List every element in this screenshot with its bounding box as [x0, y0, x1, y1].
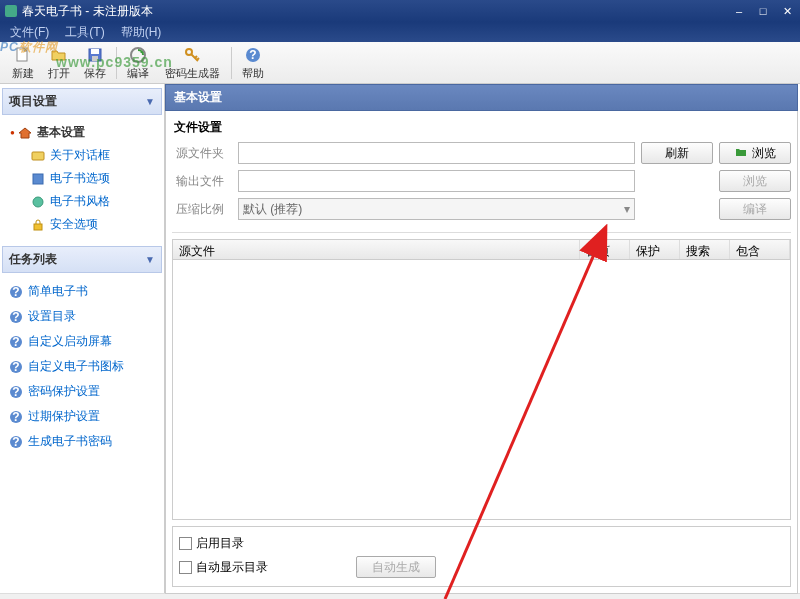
- task-gen-ebook-password[interactable]: ?生成电子书密码: [6, 429, 162, 454]
- toolbar-pwdgen-button[interactable]: 密码生成器: [157, 43, 227, 83]
- help-icon: ?: [8, 384, 24, 400]
- help-icon: ?: [8, 309, 24, 325]
- svg-text:?: ?: [249, 48, 256, 62]
- help-icon: ?: [8, 409, 24, 425]
- dialog-icon: [30, 148, 46, 164]
- browse-output-button[interactable]: 浏览: [719, 170, 791, 192]
- globe-icon: [30, 194, 46, 210]
- svg-text:?: ?: [12, 410, 19, 424]
- auto-generate-button[interactable]: 自动生成: [356, 556, 436, 578]
- task-password-protect[interactable]: ?密码保护设置: [6, 379, 162, 404]
- browse-src-button[interactable]: 浏览: [719, 142, 791, 164]
- compile-button[interactable]: 编译: [719, 198, 791, 220]
- refresh-button[interactable]: 刷新: [641, 142, 713, 164]
- menu-bar: 文件(F) 工具(T) 帮助(H): [0, 22, 800, 42]
- src-folder-input[interactable]: [238, 142, 635, 164]
- auto-show-toc-label: 自动显示目录: [196, 559, 268, 576]
- title-bar: 春天电子书 - 未注册版本 – □ ✕: [0, 0, 800, 22]
- home-icon: [17, 125, 33, 141]
- bullet-icon: ●: [10, 128, 15, 137]
- task-simple-ebook[interactable]: ?简单电子书: [6, 279, 162, 304]
- svg-text:?: ?: [12, 385, 19, 399]
- toolbar-separator: [116, 47, 117, 79]
- svg-text:?: ?: [12, 360, 19, 374]
- toolbar-save-button[interactable]: 保存: [78, 43, 112, 83]
- menu-help[interactable]: 帮助(H): [115, 22, 168, 43]
- app-icon: [4, 4, 18, 18]
- folder-icon: [735, 146, 749, 160]
- col-homepage[interactable]: 首页: [580, 240, 630, 259]
- svg-rect-10: [33, 174, 43, 184]
- help-icon: ?: [243, 45, 263, 65]
- source-file-list: 源文件 首页 保护 搜索 包含: [172, 239, 791, 520]
- task-expiry-protect[interactable]: ?过期保护设置: [6, 404, 162, 429]
- svg-rect-0: [5, 5, 17, 17]
- bottom-options: 启用目录 自动显示目录 自动生成: [172, 526, 791, 587]
- lock-icon: [30, 217, 46, 233]
- svg-point-11: [33, 197, 43, 207]
- col-src-file[interactable]: 源文件: [173, 240, 580, 259]
- tree-item-about-dialog[interactable]: 关于对话框: [8, 144, 162, 167]
- svg-text:?: ?: [12, 335, 19, 349]
- task-custom-icon[interactable]: ?自定义电子书图标: [6, 354, 162, 379]
- project-tree: ● 基本设置 关于对话框 电子书选项 电子书风格 安全选项: [2, 117, 162, 246]
- menu-tools[interactable]: 工具(T): [59, 22, 110, 43]
- task-set-toc[interactable]: ?设置目录: [6, 304, 162, 329]
- svg-rect-4: [92, 56, 98, 61]
- window-title: 春天电子书 - 未注册版本: [22, 3, 730, 20]
- toolbar-compile-button[interactable]: 编译: [121, 43, 155, 83]
- minimize-button[interactable]: –: [730, 4, 748, 18]
- open-icon: [49, 45, 69, 65]
- svg-text:?: ?: [12, 435, 19, 449]
- col-protect[interactable]: 保护: [630, 240, 680, 259]
- toolbar-new-button[interactable]: 新建: [6, 43, 40, 83]
- book-icon: [30, 171, 46, 187]
- help-icon: ?: [8, 284, 24, 300]
- task-list-header[interactable]: 任务列表 ▼: [2, 246, 162, 273]
- chevron-down-icon: ▼: [145, 254, 155, 265]
- toolbar: 新建 打开 保存 编译 密码生成器 ? 帮助: [0, 42, 800, 84]
- save-icon: [85, 45, 105, 65]
- svg-rect-9: [32, 152, 44, 160]
- compression-label: 压缩比例: [172, 201, 232, 218]
- compile-icon: [128, 45, 148, 65]
- output-file-input[interactable]: [238, 170, 635, 192]
- toolbar-help-button[interactable]: ? 帮助: [236, 43, 270, 83]
- help-icon: ?: [8, 359, 24, 375]
- svg-text:?: ?: [12, 310, 19, 324]
- svg-rect-3: [91, 49, 99, 54]
- file-settings-title: 文件设置: [172, 117, 791, 142]
- task-custom-splash[interactable]: ?自定义启动屏幕: [6, 329, 162, 354]
- sidebar: 项目设置 ▼ ● 基本设置 关于对话框 电子书选项 电子书风格: [0, 84, 165, 593]
- new-icon: [13, 45, 33, 65]
- panel-title: 基本设置: [165, 84, 798, 111]
- svg-text:?: ?: [12, 285, 19, 299]
- list-header: 源文件 首页 保护 搜索 包含: [173, 240, 790, 260]
- tree-item-ebook-options[interactable]: 电子书选项: [8, 167, 162, 190]
- chevron-down-icon: ▼: [145, 96, 155, 107]
- tree-item-basic-settings[interactable]: ● 基本设置: [8, 121, 162, 144]
- help-icon: ?: [8, 434, 24, 450]
- close-button[interactable]: ✕: [778, 4, 796, 18]
- tree-item-ebook-style[interactable]: 电子书风格: [8, 190, 162, 213]
- maximize-button[interactable]: □: [754, 4, 772, 18]
- col-include[interactable]: 包含: [730, 240, 790, 259]
- task-list: ?简单电子书 ?设置目录 ?自定义启动屏幕 ?自定义电子书图标 ?密码保护设置 …: [2, 275, 162, 454]
- key-icon: [182, 45, 202, 65]
- menu-file[interactable]: 文件(F): [4, 22, 55, 43]
- enable-toc-checkbox[interactable]: [179, 537, 192, 550]
- chevron-down-icon: ▾: [624, 202, 630, 216]
- enable-toc-label: 启用目录: [196, 535, 244, 552]
- help-icon: ?: [8, 334, 24, 350]
- src-folder-label: 源文件夹: [172, 145, 232, 162]
- auto-show-toc-checkbox[interactable]: [179, 561, 192, 574]
- compression-select[interactable]: 默认 (推荐)▾: [238, 198, 635, 220]
- tree-item-security-options[interactable]: 安全选项: [8, 213, 162, 236]
- content-panel: 基本设置 文件设置 源文件夹 刷新 浏览 输出文件 浏览 压缩比例: [165, 84, 800, 593]
- list-body[interactable]: [173, 260, 790, 519]
- project-settings-header[interactable]: 项目设置 ▼: [2, 88, 162, 115]
- col-search[interactable]: 搜索: [680, 240, 730, 259]
- toolbar-open-button[interactable]: 打开: [42, 43, 76, 83]
- output-file-label: 输出文件: [172, 173, 232, 190]
- svg-rect-12: [34, 224, 42, 230]
